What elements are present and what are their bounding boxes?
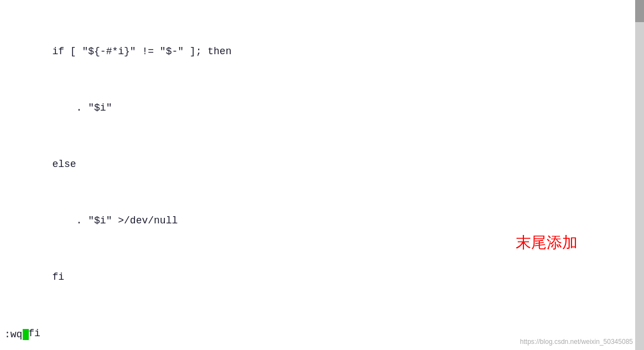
command-line: :wq [4, 329, 29, 340]
command-text: :wq [4, 329, 22, 340]
code-line-4: . "$i" >/dev/null [4, 211, 635, 230]
code-line-5: fi [4, 268, 635, 286]
code-line-2: . "$i" [4, 98, 635, 117]
scrollbar-track[interactable] [635, 0, 644, 350]
editor-area: if [ "${-#*i}" != "$-" ]; then . "$i" el… [0, 0, 635, 350]
annotation-label: 末尾添加 [516, 232, 578, 253]
code-content: if [ "${-#*i}" != "$-" ]; then . "$i" el… [4, 4, 635, 350]
scrollbar-thumb[interactable] [635, 0, 644, 22]
cursor [23, 329, 29, 340]
code-line-1: if [ "${-#*i}" != "$-" ]; then [4, 42, 635, 61]
code-line-3: else [4, 155, 635, 174]
watermark: https://blog.csdn.net/weixin_50345085 [520, 338, 633, 346]
